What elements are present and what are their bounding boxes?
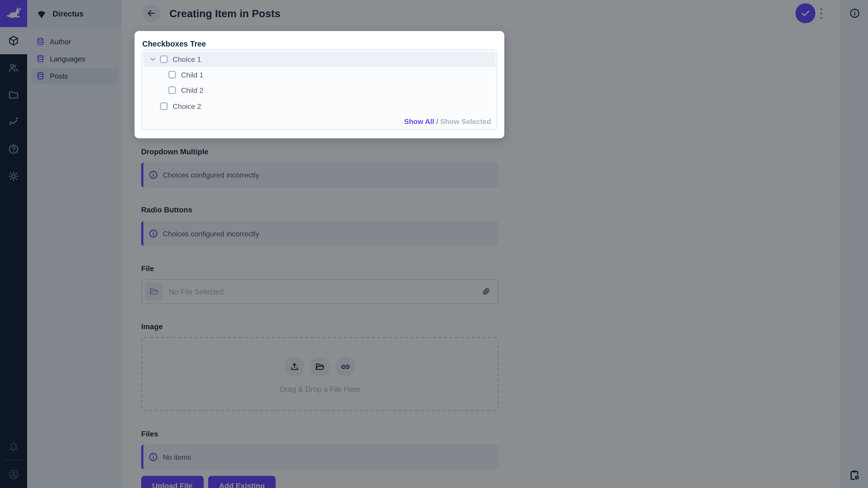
popover-title: Checkboxes Tree: [142, 39, 498, 49]
checkboxes-tree-popover: Checkboxes Tree Choice 1 Child 1 Child 2: [134, 31, 504, 138]
tree-row-label: Child 2: [181, 86, 204, 94]
tree-footer: Show All / Show Selected: [404, 117, 491, 126]
chevron-down-icon[interactable]: [149, 56, 156, 62]
tree-row-choice-2[interactable]: Choice 2: [143, 98, 495, 114]
app-window: Directus Author: [0, 0, 868, 488]
show-selected-link[interactable]: Show Selected: [440, 117, 491, 126]
checkbox[interactable]: [160, 55, 168, 63]
tree-row-label: Child 1: [181, 70, 204, 79]
footer-divider-slash: /: [436, 117, 438, 126]
checkbox[interactable]: [168, 71, 176, 78]
tree-row-child-2[interactable]: Child 2: [143, 83, 495, 98]
tree-row-choice-1[interactable]: Choice 1: [143, 52, 495, 67]
checkbox[interactable]: [168, 86, 176, 94]
tree-row-label: Choice 1: [173, 55, 201, 64]
checkbox[interactable]: [160, 102, 168, 110]
checkbox-tree: Choice 1 Child 1 Child 2 Choice 2 Show A…: [141, 49, 498, 130]
tree-row-child-1[interactable]: Child 1: [143, 67, 495, 83]
tree-row-label: Choice 2: [173, 102, 201, 110]
show-all-link[interactable]: Show All: [404, 117, 434, 126]
